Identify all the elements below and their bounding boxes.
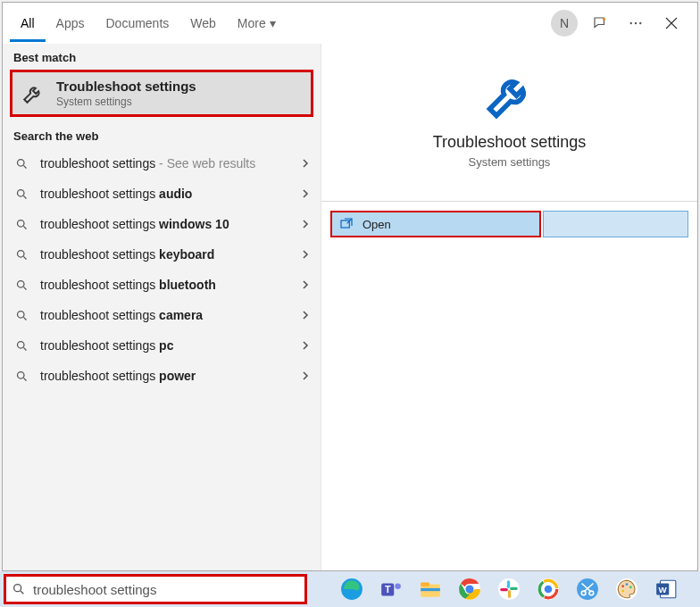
- preview-subtitle: System settings: [469, 155, 551, 169]
- svg-rect-12: [341, 220, 349, 228]
- svg-point-8: [18, 280, 25, 287]
- web-result-item[interactable]: troubleshoot settings windows 10: [3, 209, 321, 239]
- search-icon: [15, 309, 29, 322]
- svg-point-10: [18, 341, 25, 348]
- tab-more-label: More: [238, 16, 266, 30]
- svg-point-0: [603, 18, 605, 21]
- search-icon: [15, 370, 29, 383]
- tab-apps[interactable]: Apps: [46, 5, 96, 42]
- web-result-label: troubleshoot settings keyboard: [40, 247, 290, 262]
- tab-documents[interactable]: Documents: [95, 5, 179, 42]
- search-web-header: Search the web: [3, 122, 321, 148]
- svg-point-39: [629, 586, 632, 588]
- avatar[interactable]: N: [551, 10, 578, 37]
- svg-point-38: [626, 583, 629, 586]
- web-result-item[interactable]: troubleshoot settings audio: [3, 179, 321, 209]
- svg-point-6: [18, 220, 25, 227]
- wrench-icon: [483, 69, 537, 122]
- close-icon[interactable]: [658, 10, 685, 37]
- chevron-right-icon: [301, 311, 310, 320]
- more-icon[interactable]: [622, 10, 649, 37]
- svg-point-40: [621, 590, 624, 593]
- svg-rect-19: [421, 582, 429, 586]
- search-body: Best match Troubleshoot settings System …: [3, 44, 697, 570]
- web-result-item[interactable]: troubleshoot settings - See web results: [3, 148, 321, 179]
- svg-point-2: [635, 22, 637, 24]
- taskbar-app-edge[interactable]: [334, 571, 370, 607]
- chevron-down-icon: ▾: [270, 16, 276, 30]
- chevron-right-icon: [301, 250, 310, 259]
- taskbar-app-word[interactable]: W: [648, 571, 684, 607]
- svg-point-32: [545, 586, 553, 594]
- search-icon: [15, 279, 29, 292]
- web-result-label: troubleshoot settings camera: [40, 308, 290, 322]
- search-icon: [12, 582, 26, 596]
- svg-point-37: [621, 585, 624, 587]
- svg-point-3: [639, 22, 641, 24]
- start-search-panel: All Apps Documents Web More ▾ N Best mat…: [2, 2, 698, 571]
- svg-text:W: W: [659, 585, 668, 595]
- taskbar-app-paint[interactable]: [609, 571, 645, 607]
- taskbar-search[interactable]: [4, 574, 307, 604]
- web-result-label: troubleshoot settings power: [40, 369, 290, 383]
- tab-web[interactable]: Web: [179, 5, 227, 42]
- preview-title: Troubleshoot settings: [433, 133, 586, 152]
- svg-point-7: [18, 250, 25, 257]
- svg-point-11: [18, 371, 25, 378]
- web-result-item[interactable]: troubleshoot settings power: [3, 361, 321, 391]
- chevron-right-icon: [301, 220, 310, 229]
- svg-point-4: [18, 159, 25, 166]
- search-icon: [15, 248, 29, 262]
- preview-actions: Open: [321, 202, 697, 248]
- open-label: Open: [362, 218, 391, 231]
- taskbar-app-slack[interactable]: [491, 571, 527, 607]
- search-icon: [15, 339, 29, 353]
- svg-rect-27: [500, 588, 508, 591]
- chevron-right-icon: [301, 159, 310, 168]
- svg-rect-25: [510, 587, 518, 590]
- taskbar-app-explorer[interactable]: [412, 571, 448, 607]
- chevron-right-icon: [301, 371, 310, 380]
- web-result-label: troubleshoot settings windows 10: [40, 217, 290, 231]
- svg-point-1: [630, 22, 632, 24]
- taskbar-app-teams[interactable]: T: [373, 571, 409, 607]
- open-icon: [339, 217, 354, 231]
- svg-point-22: [465, 585, 473, 593]
- chevron-right-icon: [301, 280, 310, 289]
- best-match-title: Troubleshoot settings: [56, 79, 196, 94]
- web-result-item[interactable]: troubleshoot settings bluetooth: [3, 270, 321, 300]
- svg-point-17: [395, 584, 401, 590]
- tabs-bar: All Apps Documents Web More ▾ N: [3, 3, 697, 44]
- taskbar-app-snip[interactable]: [570, 571, 605, 607]
- web-result-label: troubleshoot settings pc: [40, 338, 290, 353]
- titlebar-actions: N: [551, 10, 690, 37]
- taskbar-app-chrome[interactable]: [452, 571, 488, 607]
- svg-text:T: T: [385, 584, 391, 595]
- search-icon: [15, 187, 29, 201]
- web-result-item[interactable]: troubleshoot settings keyboard: [3, 239, 321, 270]
- web-result-item[interactable]: troubleshoot settings pc: [3, 330, 321, 361]
- best-match-item[interactable]: Troubleshoot settings System settings: [10, 70, 313, 117]
- feedback-icon[interactable]: [587, 10, 613, 37]
- svg-rect-20: [421, 588, 440, 591]
- best-match-text: Troubleshoot settings System settings: [56, 79, 196, 108]
- chevron-right-icon: [301, 189, 310, 198]
- taskbar-apps: T W: [334, 571, 684, 607]
- search-icon: [15, 218, 29, 231]
- svg-point-5: [18, 189, 25, 196]
- taskbar-app-chrome2[interactable]: [530, 571, 566, 607]
- open-button[interactable]: Open: [330, 211, 541, 237]
- web-result-item[interactable]: troubleshoot settings camera: [3, 300, 321, 330]
- search-input[interactable]: [33, 582, 299, 597]
- web-result-label: troubleshoot settings audio: [40, 187, 290, 201]
- tab-more[interactable]: More ▾: [227, 5, 287, 42]
- best-match-header: Best match: [3, 44, 321, 70]
- web-result-label: troubleshoot settings bluetooth: [40, 278, 290, 292]
- tab-all[interactable]: All: [10, 5, 46, 42]
- action-highlight: [543, 211, 688, 237]
- chevron-right-icon: [301, 341, 310, 350]
- svg-point-9: [18, 311, 25, 318]
- svg-rect-26: [508, 590, 511, 598]
- results-list: Best match Troubleshoot settings System …: [3, 44, 321, 570]
- search-icon: [15, 157, 29, 170]
